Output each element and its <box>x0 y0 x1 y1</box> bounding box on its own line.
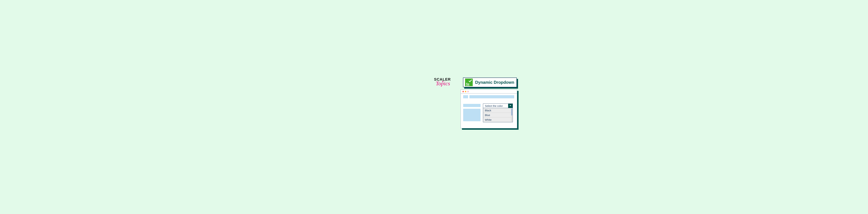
dropdown-list: Black Blue White <box>483 108 513 122</box>
window-maximize-icon <box>467 91 469 92</box>
scrollbar-thumb[interactable] <box>511 109 512 115</box>
browser-body: Select the color Black Blue White <box>461 94 517 123</box>
logo-subbrand-text: Topics <box>436 80 457 87</box>
selenium-icon-label: Se <box>466 83 469 86</box>
checkmark-icon <box>468 79 472 83</box>
selenium-icon: Se <box>465 78 473 86</box>
window-close-icon <box>462 91 464 92</box>
dropdown-option[interactable]: Black <box>483 108 513 113</box>
browser-titlebar <box>461 90 517 94</box>
dropdown-placeholder: Select the color <box>485 104 503 107</box>
title-text: Dynamic Dropdown <box>475 80 514 85</box>
placeholder-block <box>463 109 480 121</box>
dropdown-option[interactable]: White <box>483 117 513 122</box>
dropdown-toggle-button[interactable] <box>508 104 513 108</box>
dropdown-option[interactable]: Blue <box>483 113 513 117</box>
diagram-canvas: SCALER Topics Se Dynamic Dropdown <box>354 72 687 142</box>
window-minimize-icon <box>465 91 466 92</box>
browser-window: Select the color Black Blue White <box>461 90 517 128</box>
scaler-topics-logo: SCALER Topics <box>434 77 457 87</box>
placeholder-block <box>463 104 480 107</box>
color-dropdown[interactable]: Select the color <box>483 104 513 108</box>
placeholder-block <box>469 95 514 98</box>
chevron-down-icon <box>509 105 512 106</box>
title-card: Se Dynamic Dropdown <box>463 77 517 87</box>
placeholder-row <box>463 95 515 99</box>
placeholder-block <box>463 95 468 98</box>
